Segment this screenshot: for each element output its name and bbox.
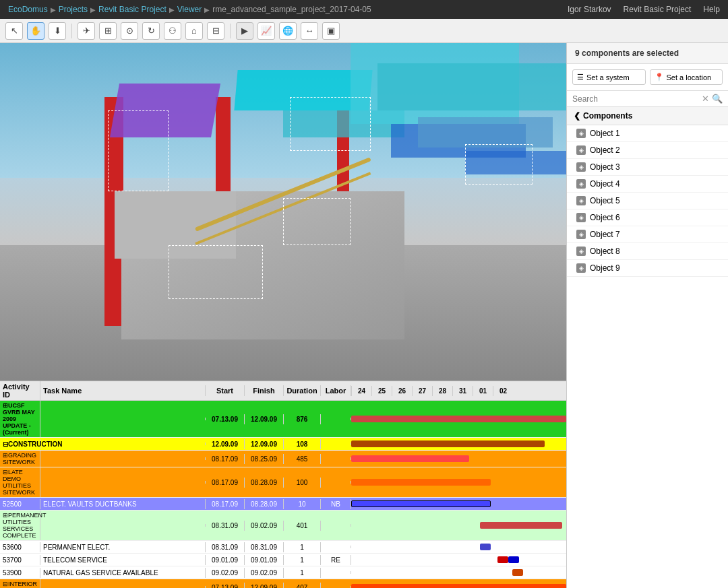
component-item-7[interactable]: ◈ Object 7 — [567, 226, 728, 243]
object-icon-4: ◈ — [576, 179, 586, 189]
object-icon-1: ◈ — [576, 129, 586, 138]
left-content: Activity ID Task Name Start Finish Durat… — [0, 43, 566, 588]
breadcrumb: EcoDomus ▶ Projects ▶ Revit Basic Projec… — [8, 5, 371, 14]
component-item-5[interactable]: ◈ Object 5 — [567, 193, 728, 209]
gantt-row[interactable]: ⊟INTERIOR IMPROVEMENTS 07.13.09 12.09.09… — [0, 579, 566, 588]
col-duration: Duration — [284, 385, 321, 396]
component-item-2[interactable]: ◈ Object 2 — [567, 142, 728, 159]
toolbar-separator-1 — [71, 24, 72, 38]
person-tool[interactable]: ⚇ — [164, 22, 181, 40]
object-icon-3: ◈ — [576, 162, 586, 172]
object-icon-8: ◈ — [576, 247, 586, 256]
gantt-bar — [512, 569, 523, 576]
gantt-bar — [351, 479, 491, 486]
user-name: Igor Starkov — [568, 5, 611, 14]
stair-landing — [115, 191, 236, 259]
right-panel: 9 components are selected ☰ Set a system… — [566, 43, 728, 588]
toolbar: ↖ ✋ ⬇ ✈ ⊞ ⊙ ↻ ⚇ ⌂ ⊟ ▶ 📈 🌐 ↔ ▣ — [0, 19, 728, 43]
expand-tool[interactable]: ↔ — [301, 22, 318, 40]
rotate-tool[interactable]: ↻ — [142, 22, 160, 40]
home-tool[interactable]: ⌂ — [185, 22, 203, 40]
file-name: rme_advanced_sample_project_2017-04-05 — [212, 5, 371, 14]
toolbar-separator-2 — [230, 24, 231, 38]
object-icon-9: ◈ — [576, 263, 586, 273]
section-tool[interactable]: ⊞ — [99, 22, 117, 40]
object-icon-7: ◈ — [576, 230, 586, 239]
gantt-row[interactable]: 52500 ELECT. VAULTS DUCTBANKS 08.17.09 0… — [0, 498, 566, 511]
col-labor: Labor — [321, 385, 351, 396]
component-item-9[interactable]: ◈ Object 9 — [567, 260, 728, 277]
gantt-row[interactable]: ⊞UCSF GVRB MAY 2009 UPDATE - (Current) 0… — [0, 401, 566, 438]
cyan-upper-right — [377, 63, 566, 110]
component-item-3[interactable]: ◈ Object 3 — [567, 159, 728, 176]
window-tool[interactable]: ▣ — [322, 22, 340, 40]
gantt-row[interactable]: ⊞GRADING SITEWORK 08.17.09 08.25.09 485 — [0, 451, 566, 467]
gantt-bar — [351, 440, 545, 447]
viewer-link[interactable]: Viewer — [177, 5, 202, 14]
object-icon-6: ◈ — [576, 213, 586, 222]
top-nav: EcoDomus ▶ Projects ▶ Revit Basic Projec… — [0, 0, 728, 19]
gantt-bar — [497, 556, 508, 563]
hand-tool[interactable]: ✋ — [27, 22, 44, 40]
set-system-btn[interactable]: ☰ Set a system — [572, 69, 646, 85]
selection-count: 9 components are selected — [567, 43, 728, 64]
gantt-row[interactable]: ⊞PERMANENT UTILITIES SERVICES COMPLETE 0… — [0, 511, 566, 541]
object-icon-5: ◈ — [576, 196, 586, 205]
chevron-left-icon: ❮ — [574, 111, 580, 121]
gantt-bar — [351, 584, 566, 588]
help-link[interactable]: Help — [703, 5, 720, 14]
panel-actions: ☰ Set a system 📍 Set a location — [567, 64, 728, 91]
object-icon-2: ◈ — [576, 145, 586, 155]
gantt-row[interactable]: 53700 TELECOM SERVICE 09.01.09 09.01.09 … — [0, 554, 566, 566]
gantt-bar-2 — [508, 556, 519, 563]
search-input[interactable] — [572, 94, 699, 104]
gantt-row[interactable]: 53900 NATURAL GAS SERVICE AVAILABLE 09.0… — [0, 566, 566, 579]
cursor-tool[interactable]: ↖ — [5, 22, 23, 40]
gantt-row[interactable]: ⊟CONSTRUCTION 12.09.09 12.09.09 108 — [0, 438, 566, 451]
gantt-bar — [480, 522, 562, 529]
col-activity-id: Activity ID — [0, 381, 40, 400]
component-item-4[interactable]: ◈ Object 4 — [567, 176, 728, 193]
set-location-btn[interactable]: 📍 Set a location — [650, 69, 723, 85]
chart-tool[interactable]: 📈 — [257, 22, 275, 40]
blue-right — [418, 117, 553, 148]
fly-tool[interactable]: ✈ — [78, 22, 95, 40]
component-item-6[interactable]: ◈ Object 6 — [567, 209, 728, 226]
measure-tool[interactable]: ⊙ — [121, 22, 138, 40]
blue-right-2 — [465, 151, 566, 174]
nav-right: Igor Starkov Revit Basic Project Help — [568, 5, 720, 14]
gantt-bar — [480, 544, 491, 550]
gantt-bar — [351, 455, 469, 462]
gantt-area: Activity ID Task Name Start Finish Durat… — [0, 380, 566, 588]
components-header[interactable]: ❮ Components — [567, 107, 728, 125]
3d-viewer[interactable] — [0, 43, 566, 380]
search-icon[interactable]: 🔍 — [712, 94, 723, 104]
gantt-bar — [351, 500, 491, 507]
purple-element — [110, 84, 220, 137]
view-tool[interactable]: ⊟ — [207, 22, 224, 40]
project-name: Revit Basic Project — [624, 5, 692, 14]
components-section: ❮ Components ◈ Object 1 ◈ Object 2 ◈ Obj… — [567, 107, 728, 588]
col-finish: Finish — [245, 385, 284, 396]
projects-link[interactable]: Projects — [59, 5, 88, 14]
search-bar: ✕ 🔍 — [567, 91, 728, 107]
move-tool[interactable]: ⬇ — [49, 22, 66, 40]
globe-tool[interactable]: 🌐 — [279, 22, 297, 40]
col-start: Start — [206, 385, 245, 396]
system-icon: ☰ — [577, 73, 584, 81]
gantt-rows: ⊞UCSF GVRB MAY 2009 UPDATE - (Current) 0… — [0, 401, 566, 588]
component-item-1[interactable]: ◈ Object 1 — [567, 125, 728, 142]
col-task-name: Task Name — [40, 385, 206, 396]
brand-link[interactable]: EcoDomus — [8, 5, 48, 14]
col-chart: 24 25 26 27 28 31 01 02 — [351, 386, 566, 396]
gantt-row[interactable]: ⊟LATE DEMO UTILITIES SITEWORK 08.17.09 0… — [0, 467, 566, 498]
component-item-8[interactable]: ◈ Object 8 — [567, 243, 728, 260]
play-btn[interactable]: ▶ — [236, 22, 253, 40]
gantt-header: Activity ID Task Name Start Finish Durat… — [0, 381, 566, 401]
main-content: Activity ID Task Name Start Finish Durat… — [0, 43, 728, 588]
project-link[interactable]: Revit Basic Project — [98, 5, 166, 14]
search-clear-icon[interactable]: ✕ — [702, 94, 709, 104]
gantt-row[interactable]: 53600 PERMANENT ELECT. 08.31.09 08.31.09… — [0, 541, 566, 554]
gantt-bar — [351, 416, 566, 422]
location-icon: 📍 — [655, 73, 664, 81]
